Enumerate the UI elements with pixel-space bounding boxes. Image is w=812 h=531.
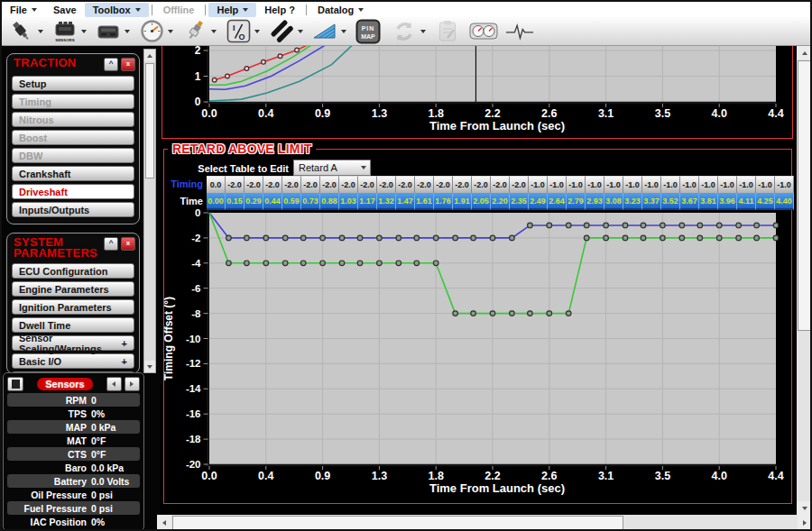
data-point[interactable]	[414, 235, 420, 241]
time-cell[interactable]: 2.49	[529, 193, 548, 210]
system-parameters-button-engine-parameters[interactable]: Engine Parameters	[12, 281, 134, 297]
data-point[interactable]	[300, 235, 306, 241]
time-cell[interactable]: 2.20	[491, 193, 510, 210]
timing-cell[interactable]: -1.0	[642, 176, 661, 193]
data-point[interactable]	[773, 223, 779, 228]
timing-cell[interactable]: -2.0	[226, 176, 245, 193]
data-point[interactable]	[414, 261, 420, 266]
data-point[interactable]	[282, 235, 288, 241]
vertical-scrollbar[interactable]	[797, 46, 812, 515]
traction-collapse-button[interactable]: ^	[104, 58, 118, 71]
timing-cell[interactable]: -2.0	[415, 176, 434, 193]
menu-item-help[interactable]: Help ?	[256, 3, 303, 17]
timing-cell[interactable]: -1.0	[567, 176, 586, 193]
data-point[interactable]	[453, 311, 458, 316]
timing-cell[interactable]: 0.0	[207, 176, 226, 193]
data-point[interactable]	[697, 223, 703, 228]
sensors-prev-button[interactable]	[106, 377, 122, 391]
traction-button-driveshaft[interactable]: Driveshaft	[12, 184, 134, 199]
time-cell[interactable]: 0.15	[226, 193, 245, 210]
traction-button-timing[interactable]: Timing	[12, 94, 134, 109]
data-point[interactable]	[547, 223, 552, 228]
sensors-next-button[interactable]	[125, 377, 140, 391]
menu-item-toolbox[interactable]: Toolbox	[85, 3, 149, 17]
data-point[interactable]	[300, 261, 306, 266]
data-point[interactable]	[320, 261, 326, 266]
time-cell[interactable]: 3.37	[642, 193, 661, 210]
sidebar-scrollbar[interactable]	[143, 49, 156, 373]
chevron-down-icon[interactable]	[254, 30, 260, 33]
data-point[interactable]	[660, 235, 666, 241]
traction-button-boost[interactable]: Boost	[12, 130, 134, 145]
main-scroll-up-button[interactable]	[797, 46, 812, 60]
data-point[interactable]	[357, 261, 363, 266]
timing-cell[interactable]: -1.0	[529, 176, 548, 193]
data-point[interactable]	[510, 311, 515, 316]
system-parameters-button-basic-i-o[interactable]: Basic I/O+	[12, 353, 134, 369]
data-point[interactable]	[716, 223, 722, 228]
system-parameters-button-dwell-time[interactable]: Dwell Time	[12, 317, 134, 333]
time-cell[interactable]: 0.29	[245, 193, 263, 210]
timing-cell[interactable]: -1.0	[737, 176, 756, 193]
data-point[interactable]	[396, 235, 401, 241]
timing-cell[interactable]: -2.0	[301, 176, 320, 193]
traction-button-inputs-outputs[interactable]: Inputs/Outputs	[12, 202, 134, 217]
time-cell[interactable]: 0.44	[263, 193, 282, 210]
data-point[interactable]	[604, 235, 609, 241]
traction-close-button[interactable]: x	[121, 58, 135, 71]
timing-cell[interactable]: -1.0	[661, 176, 680, 193]
chevron-down-icon[interactable]	[168, 30, 173, 33]
data-point[interactable]	[623, 223, 628, 228]
timing-cell[interactable]: -2.0	[396, 176, 415, 193]
main-scroll-left-button[interactable]	[157, 515, 171, 531]
chevron-down-icon[interactable]	[420, 30, 426, 33]
data-point[interactable]	[736, 223, 742, 228]
data-point[interactable]	[773, 235, 779, 241]
timing-cell[interactable]: -2.0	[453, 176, 472, 193]
system-parameters-button-ignition-parameters[interactable]: Ignition Parameters	[12, 299, 134, 315]
data-point[interactable]	[339, 261, 345, 266]
data-point[interactable]	[566, 223, 571, 228]
time-cell[interactable]: 2.05	[472, 193, 491, 210]
chevron-down-icon[interactable]	[341, 30, 346, 33]
timing-cell[interactable]: -2.0	[358, 176, 377, 193]
pulse-icon[interactable]	[505, 19, 534, 43]
data-point[interactable]	[433, 261, 438, 266]
timing-cell[interactable]: -2.0	[377, 176, 396, 193]
time-cell[interactable]: 0.73	[301, 193, 320, 210]
time-cell[interactable]: 3.96	[718, 193, 737, 210]
data-point[interactable]	[339, 235, 345, 241]
menu-item-offline[interactable]: Offline	[155, 3, 203, 17]
main-scroll-right-button[interactable]	[798, 515, 812, 531]
time-cell[interactable]: 3.23	[623, 193, 642, 210]
chevron-down-icon[interactable]	[38, 30, 43, 33]
data-point[interactable]	[584, 235, 589, 241]
timing-cell[interactable]: -2.0	[472, 176, 491, 193]
data-point[interactable]	[584, 223, 589, 228]
menu-item-file[interactable]: File	[2, 3, 45, 17]
main-hscroll-thumb[interactable]	[172, 516, 623, 530]
horizontal-scrollbar[interactable]	[157, 515, 812, 531]
time-cell[interactable]: 1.76	[434, 193, 453, 210]
data-point[interactable]	[490, 311, 495, 316]
data-point[interactable]	[510, 235, 515, 241]
time-cell[interactable]: 3.81	[699, 193, 718, 210]
data-point[interactable]	[754, 235, 760, 241]
table-select-dropdown[interactable]: Retard A	[293, 160, 371, 176]
timing-cell[interactable]: -2.0	[339, 176, 358, 193]
menu-item-help[interactable]: Help	[208, 3, 256, 17]
data-point[interactable]	[453, 235, 458, 241]
time-cell[interactable]: 0.59	[282, 193, 301, 210]
data-point[interactable]	[226, 261, 232, 266]
data-point[interactable]	[396, 261, 401, 266]
time-cell[interactable]: 0.00	[207, 193, 226, 210]
data-point[interactable]	[377, 235, 383, 241]
sensors-dock-button[interactable]	[7, 377, 23, 391]
traction-button-nitrous[interactable]: Nitrous	[12, 112, 134, 127]
clipboard-icon[interactable]	[433, 19, 462, 43]
data-point[interactable]	[641, 235, 646, 241]
traction-button-crankshaft[interactable]: Crankshaft	[12, 166, 134, 181]
timing-cell[interactable]: -1.0	[604, 176, 623, 193]
data-point[interactable]	[754, 223, 760, 228]
chevron-down-icon[interactable]	[298, 30, 303, 33]
